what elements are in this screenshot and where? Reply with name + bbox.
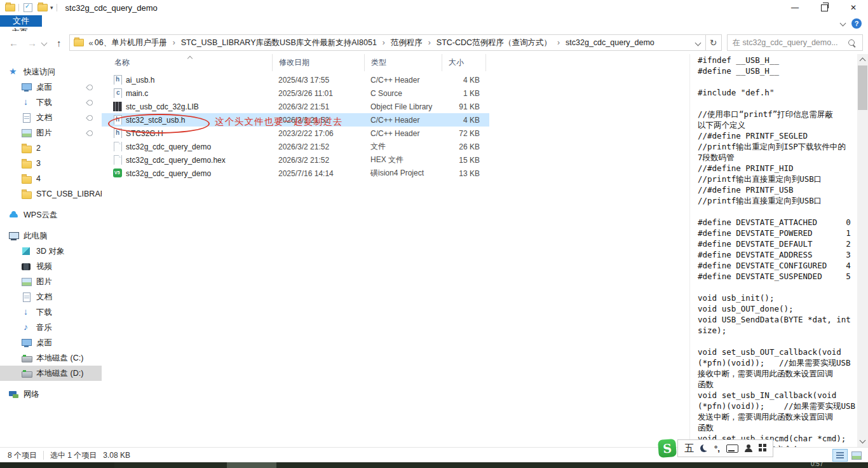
restore-button[interactable] xyxy=(810,0,839,15)
sidebar-item-icon xyxy=(9,210,19,220)
sogou-logo-icon[interactable]: S xyxy=(658,439,677,458)
address-dropdown-icon[interactable] xyxy=(695,39,701,46)
details-view-icon xyxy=(836,452,844,458)
help-icon[interactable]: ? xyxy=(851,18,862,29)
forward-button[interactable]: → xyxy=(27,38,37,48)
file-row[interactable]: main.c 2025/3/26 11:01 C Source 1 KB xyxy=(102,86,489,100)
quick-access-newfolder-icon[interactable] xyxy=(37,4,48,11)
breadcrumb-segment[interactable]: STC_USB_LIBRARY库函数USB库文件最新支持AI8051 › xyxy=(180,38,390,48)
ime-toolbar: S 五 °, xyxy=(658,439,773,457)
file-type-icon xyxy=(113,75,122,85)
customize-quick-access-icon[interactable]: ▾ xyxy=(50,4,53,11)
back-button[interactable]: ← xyxy=(9,38,18,48)
column-header-name[interactable]: 名称 xyxy=(102,54,272,71)
scroll-thumb[interactable] xyxy=(858,65,867,110)
close-button[interactable]: ✕ xyxy=(839,0,868,15)
sidebar-item-icon xyxy=(22,277,32,287)
breadcrumb-segment[interactable]: 范例程序 › xyxy=(390,38,435,48)
sidebar-item[interactable]: 快速访问 xyxy=(0,64,102,79)
sidebar-item-label: 视频 xyxy=(36,261,52,272)
sidebar-item[interactable]: WPS云盘 xyxy=(0,207,102,223)
file-type-icon xyxy=(113,169,122,178)
annotation-text: 这个头文件也要一起复制过去 xyxy=(215,116,343,128)
file-row[interactable]: stc32g_cdc_query_demo 2026/3/2 21:52 文件 … xyxy=(102,140,489,153)
grid-menu-icon[interactable] xyxy=(759,444,762,447)
sidebar-item[interactable]: 下载 xyxy=(0,305,102,320)
breadcrumb-segment[interactable]: 06、单片机用户手册 › xyxy=(93,38,180,48)
sidebar-item[interactable]: 4 xyxy=(0,171,102,186)
person-icon[interactable] xyxy=(745,444,752,452)
up-button[interactable]: ↑ xyxy=(57,38,62,48)
breadcrumb-segment[interactable]: STC-CDC范例程序（查询方式） › xyxy=(435,38,564,48)
file-row[interactable]: stc32g_cdc_query_demo 2025/7/16 14:14 磺i… xyxy=(102,167,489,180)
scroll-down-icon[interactable] xyxy=(860,437,866,444)
details-view-button[interactable] xyxy=(832,449,848,462)
sidebar-item-icon xyxy=(22,292,32,302)
sidebar-item[interactable]: 2 xyxy=(0,141,102,156)
sidebar-item[interactable]: 桌面 xyxy=(0,335,102,350)
recent-locations-icon[interactable] xyxy=(41,39,48,46)
sidebar-item-label: 本地磁盘 (C:) xyxy=(36,353,83,364)
sidebar-item[interactable]: 图片 xyxy=(0,125,102,141)
file-date: 2023/2/22 17:06 xyxy=(272,129,364,138)
sidebar-item-icon xyxy=(22,369,32,378)
sidebar-item[interactable]: 下载 xyxy=(0,95,102,110)
sidebar-item[interactable]: 文档 xyxy=(0,289,102,305)
sidebar-item[interactable]: 本地磁盘 (D:) xyxy=(0,366,102,381)
ime-mode-button[interactable]: 五 xyxy=(684,443,694,455)
address-bar[interactable]: « 06、单片机用户手册 › STC_USB_LIBRARY库函数USB库文件最… xyxy=(69,34,706,51)
column-header-size[interactable]: 大小 xyxy=(442,54,486,71)
sidebar-item-label: 网络 xyxy=(24,389,39,400)
scroll-up-icon[interactable] xyxy=(860,58,866,64)
breadcrumb-prefix: « xyxy=(89,38,93,48)
menu-tab[interactable]: 文件 xyxy=(0,15,42,27)
sidebar-item-icon xyxy=(22,323,32,333)
breadcrumb-segment[interactable]: stc32g_cdc_query_demo xyxy=(564,38,665,47)
refresh-button[interactable]: ↻ xyxy=(706,34,722,51)
navigation-pane: 快速访问 桌面 下载 文档 图片 2 xyxy=(0,54,102,447)
moon-icon[interactable] xyxy=(700,444,708,452)
file-type: C/C++ Header xyxy=(364,116,442,125)
column-header-row: 名称 修改日期 类型 大小 xyxy=(102,54,689,71)
column-header-type[interactable]: 类型 xyxy=(364,54,442,71)
search-box[interactable]: 在 stc32g_cdc_query_demo... xyxy=(727,34,863,51)
file-row[interactable]: stc_usb_cdc_32g.LIB 2026/3/2 21:51 Objec… xyxy=(102,100,489,113)
sidebar-item-icon xyxy=(22,128,32,138)
sidebar-item[interactable]: 文档 xyxy=(0,110,102,125)
sidebar-item[interactable]: STC_USB_LIBRARY xyxy=(0,186,102,202)
keyboard-icon[interactable] xyxy=(726,444,738,453)
items-count: 8 个项目 xyxy=(8,450,37,461)
sidebar-item-label: 下载 xyxy=(36,307,52,318)
sidebar-item[interactable]: 桌面 xyxy=(0,79,102,95)
pin-icon xyxy=(86,99,94,107)
title-bar: ▾ stc32g_cdc_query_demo — ✕ xyxy=(0,0,868,15)
file-row[interactable]: ai_usb.h 2025/4/3 17:55 C/C++ Header 4 K… xyxy=(102,73,489,86)
minimize-button[interactable]: — xyxy=(780,0,810,15)
punctuation-icon[interactable]: °, xyxy=(714,444,720,453)
search-icon[interactable] xyxy=(848,39,855,46)
sidebar-item-icon xyxy=(22,308,32,317)
sidebar-item[interactable]: 本地磁盘 (C:) xyxy=(0,350,102,366)
file-name: stc_usb_cdc_32g.LIB xyxy=(126,102,199,111)
sidebar-item[interactable]: 此电脑 xyxy=(0,228,102,244)
column-header-date[interactable]: 修改日期 xyxy=(272,54,364,71)
sidebar-item[interactable]: 3D 对象 xyxy=(0,244,102,259)
file-date: 2026/3/2 21:51 xyxy=(272,102,364,111)
sidebar-item-icon xyxy=(9,67,19,77)
sidebar-item[interactable]: 音乐 xyxy=(0,320,102,335)
preview-code: #ifndef __USB_H__ #define __USB_H__ #inc… xyxy=(698,55,857,447)
file-row[interactable]: stc32g_cdc_query_demo.hex 2026/3/2 21:52… xyxy=(102,153,489,167)
quick-access-properties-icon[interactable] xyxy=(24,3,32,12)
sidebar-item[interactable]: 图片 xyxy=(0,274,102,289)
sidebar-item[interactable]: 3 xyxy=(0,156,102,171)
sidebar-item-icon xyxy=(22,146,32,153)
thumbnails-view-button[interactable] xyxy=(849,449,864,462)
sidebar-item[interactable]: 网络 xyxy=(0,387,102,402)
preview-scrollbar[interactable] xyxy=(857,54,868,447)
sidebar-item[interactable]: 视频 xyxy=(0,259,102,274)
file-size: 4 KB xyxy=(442,116,483,125)
ribbon-collapse-icon[interactable] xyxy=(840,20,846,27)
sidebar-item-icon xyxy=(22,83,32,92)
sidebar-item-icon xyxy=(22,161,32,169)
taskbar-strip[interactable]: 0:57 xyxy=(0,462,868,468)
